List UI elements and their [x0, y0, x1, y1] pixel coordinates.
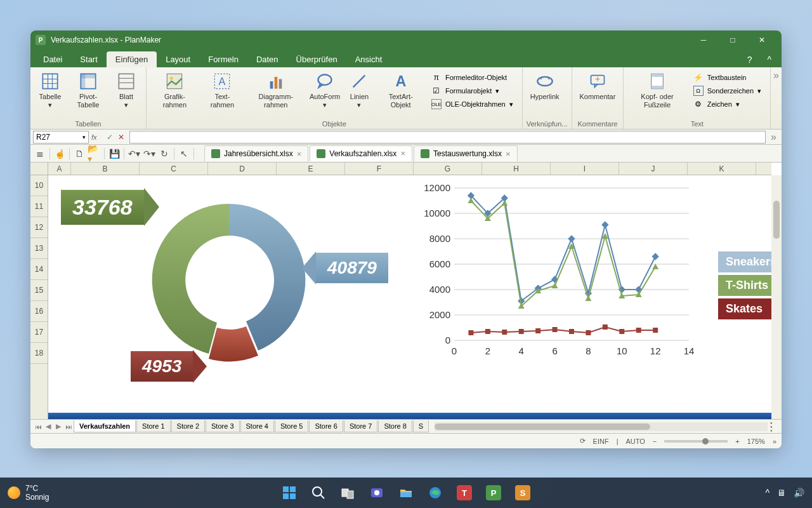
col-header[interactable]: E	[277, 163, 345, 175]
menu-layout[interactable]: Layout	[157, 51, 199, 67]
undo-button[interactable]: ↶▾	[127, 147, 141, 161]
cell-reference-box[interactable]: R27▾	[33, 131, 89, 144]
sheet-tab[interactable]: Store 5	[275, 420, 308, 432]
doc-tab-1[interactable]: Verkaufszahlen.xlsx×	[310, 145, 412, 161]
col-header[interactable]: I	[551, 163, 619, 175]
sheet-tab[interactable]: Store 2	[171, 420, 205, 432]
close-tab-icon[interactable]: ×	[506, 149, 511, 159]
zoom-out[interactable]: −	[653, 438, 657, 445]
doc-tab-2[interactable]: Testauswertung.xlsx×	[414, 145, 518, 161]
sheet-tab[interactable]: Store 7	[344, 420, 377, 432]
insert-mode[interactable]: EINF	[593, 438, 609, 445]
sheet-tab[interactable]: Store 3	[206, 420, 239, 432]
row-header[interactable]: 11	[30, 196, 48, 217]
sheet-tab[interactable]: Store 1	[136, 420, 170, 432]
presentations-button[interactable]: S	[510, 480, 535, 505]
align-button[interactable]: ≣	[33, 147, 47, 161]
formula-expand[interactable]: »	[768, 131, 779, 143]
col-header[interactable]: D	[208, 163, 277, 175]
chat-button[interactable]	[364, 480, 390, 505]
new-button[interactable]: 🗋	[72, 147, 86, 161]
doc-tab-0[interactable]: Jahresübersicht.xlsx×	[204, 145, 308, 161]
zeichen-button[interactable]: ⚙Zeichen ▾	[690, 98, 765, 110]
menu-ansicht[interactable]: Ansicht	[346, 51, 391, 67]
tab-nav-first[interactable]: ⏮	[33, 423, 43, 431]
zoom-in[interactable]: +	[735, 438, 739, 445]
row-header[interactable]: 15	[30, 280, 48, 301]
autoform-button[interactable]: AutoForm▾	[308, 70, 343, 119]
tab-nav-last[interactable]: ⏭	[63, 423, 74, 431]
col-header[interactable]: J	[619, 163, 688, 175]
kopfzeile-button[interactable]: Kopf- oder Fußzeile	[627, 70, 686, 119]
menu-einfuegen[interactable]: Einfügen	[107, 51, 157, 67]
zoom-slider[interactable]	[664, 440, 728, 443]
col-header[interactable]: K	[688, 163, 756, 175]
sheet-tab[interactable]: S	[413, 420, 429, 432]
search-button[interactable]	[306, 480, 331, 505]
row-header[interactable]: 10	[30, 175, 48, 196]
repeat-button[interactable]: ↻	[157, 147, 171, 161]
col-header[interactable]: G	[414, 163, 482, 175]
close-tab-icon[interactable]: ×	[400, 149, 405, 158]
col-header[interactable]: H	[482, 163, 551, 175]
ribbon-more-button[interactable]: »	[771, 67, 782, 129]
col-header[interactable]: C	[140, 163, 208, 175]
explorer-button[interactable]	[393, 480, 419, 505]
edge-button[interactable]	[422, 480, 448, 505]
sheet-tab[interactable]: Store 8	[378, 420, 412, 432]
select-all-corner[interactable]	[30, 163, 48, 175]
row-header[interactable]: 18	[30, 343, 48, 364]
tab-nav-next[interactable]: ▶	[53, 422, 63, 431]
menu-daten[interactable]: Daten	[247, 51, 287, 67]
maximize-button[interactable]: □	[718, 30, 747, 50]
taskview-button[interactable]	[335, 480, 360, 505]
statusbar-more[interactable]: »	[773, 438, 776, 445]
sonderzeichen-button[interactable]: ΩSonderzeichen ▾	[690, 84, 765, 97]
col-header[interactable]: F	[345, 163, 414, 175]
auto-mode[interactable]: AUTO	[626, 438, 645, 445]
sheet-tab[interactable]: Store 4	[240, 420, 274, 432]
formula-cancel[interactable]: ✕	[118, 133, 127, 142]
menu-formeln[interactable]: Formeln	[199, 51, 247, 67]
zoom-level[interactable]: 175%	[747, 438, 765, 445]
linien-button[interactable]: Linien▾	[343, 70, 375, 119]
start-button[interactable]	[277, 480, 302, 505]
network-icon[interactable]: 🖥	[777, 488, 786, 498]
pointer-button[interactable]: ↖	[177, 147, 191, 161]
formeleditor-button[interactable]: πFormeleditor-Objekt	[428, 71, 517, 84]
hyperlink-button[interactable]: Hyperlink	[527, 70, 563, 119]
close-tab-icon[interactable]: ×	[297, 149, 302, 159]
planmaker-button[interactable]: P	[481, 480, 506, 505]
diagrammrahmen-button[interactable]: Diagramm- rahmen	[246, 70, 306, 119]
textrahmen-button[interactable]: AText- rahmen	[200, 70, 244, 119]
tab-nav-prev[interactable]: ◀	[43, 422, 53, 431]
textart-button[interactable]: ATextArt- Objekt	[376, 70, 424, 119]
row-header[interactable]: 14	[30, 259, 48, 280]
pivot-button[interactable]: Pivot- Tabelle	[67, 70, 109, 119]
menu-datei[interactable]: Datei	[34, 51, 71, 67]
col-header[interactable]: B	[71, 163, 140, 175]
blatt-button[interactable]: Blatt▾	[110, 70, 142, 119]
volume-icon[interactable]: 🔊	[794, 488, 804, 498]
redo-button[interactable]: ↷▾	[142, 147, 156, 161]
sync-icon[interactable]: ⟳	[580, 437, 586, 445]
vertical-scrollbar[interactable]	[771, 175, 782, 419]
touch-mode-button[interactable]: ☝	[53, 147, 67, 161]
grafikrahmen-button[interactable]: Grafik- rahmen	[150, 70, 199, 119]
row-header[interactable]: 16	[30, 301, 48, 322]
col-header[interactable]: A	[48, 163, 71, 175]
close-button[interactable]: ✕	[747, 30, 776, 50]
minimize-button[interactable]: ─	[689, 30, 718, 50]
save-button[interactable]: 💾	[107, 147, 121, 161]
tray-expand-icon[interactable]: ^	[765, 488, 769, 498]
menu-start[interactable]: Start	[71, 51, 106, 67]
fx-button[interactable]: fx	[91, 133, 104, 141]
row-header[interactable]: 12	[30, 217, 48, 238]
open-button[interactable]: 📂▾	[88, 147, 102, 161]
sheet-tab[interactable]: Store 6	[309, 420, 343, 432]
ole-button[interactable]: OLEOLE-Objektrahmen ▾	[428, 98, 517, 110]
sheet-tab[interactable]: Verkaufszahlen	[74, 420, 136, 432]
weather-widget[interactable]: 7°CSonnig	[8, 484, 49, 502]
textbaustein-button[interactable]: ⚡Textbaustein	[690, 71, 765, 84]
row-header[interactable]: 17	[30, 322, 48, 343]
